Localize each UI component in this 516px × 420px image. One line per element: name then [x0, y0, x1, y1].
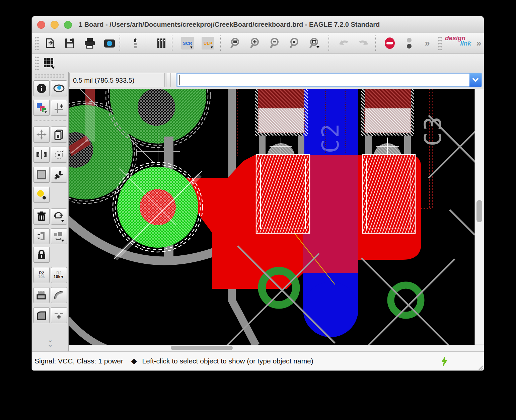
tool-mirror[interactable] [33, 147, 50, 163]
eye-icon [53, 83, 65, 94]
tool-show[interactable] [51, 80, 67, 96]
palette-separator [34, 120, 66, 121]
undo-button[interactable] [336, 35, 351, 51]
pinhole-button[interactable] [128, 35, 143, 51]
trash-icon [36, 211, 47, 222]
panel-splitter[interactable] [166, 73, 171, 87]
brand-overflow-button[interactable]: » [471, 35, 484, 51]
command-history-dropdown[interactable] [469, 73, 482, 87]
tool-display-layers[interactable] [33, 100, 50, 116]
eagle-window: 1 Board - /Users/arh/Documents/creekproj… [32, 16, 484, 370]
horizontal-scrollbar-track[interactable] [69, 345, 484, 351]
tool-paint[interactable] [33, 187, 50, 203]
toolbar-separator [328, 35, 329, 51]
title-bar[interactable]: 1 Board - /Users/arh/Documents/creekproj… [32, 16, 484, 33]
tool-pinswap[interactable] [33, 228, 50, 244]
close-button[interactable] [37, 21, 45, 29]
more-tools-button[interactable]: ⌄⌄ [32, 337, 69, 347]
traffic-dots-icon [405, 36, 413, 50]
print-icon [83, 37, 96, 50]
tool-info[interactable]: i [33, 80, 50, 96]
zoom-fit-button[interactable] [228, 35, 243, 51]
zoom-out-button[interactable] [268, 35, 283, 51]
save-button[interactable] [62, 35, 77, 51]
layers-icon [36, 102, 47, 113]
horizontal-scrollbar-thumb[interactable] [171, 346, 233, 350]
svg-text:i: i [41, 85, 43, 93]
tool-copy[interactable] [51, 127, 67, 143]
camera-icon [103, 37, 116, 50]
resize-grip[interactable] [477, 364, 483, 370]
run-script-button[interactable]: SCR▼ [180, 35, 195, 51]
run-ulp-button[interactable]: ULP▼ [200, 35, 216, 51]
command-input[interactable] [176, 73, 482, 87]
tool-miter[interactable] [51, 287, 67, 303]
toolbar-separator [375, 35, 376, 51]
tool-split[interactable] [33, 307, 50, 323]
tool-add[interactable] [51, 208, 67, 225]
chevron-down-icon [472, 78, 478, 82]
optimize-icon [53, 310, 65, 321]
board-artwork: C2 [69, 89, 484, 351]
tool-group[interactable] [33, 167, 50, 183]
tool-rotate[interactable] [51, 147, 67, 163]
toolbar-separator [172, 35, 172, 51]
tool-name[interactable]: R2 10k [33, 267, 50, 283]
toolbar-overflow-button[interactable]: » [420, 35, 435, 51]
copy-icon [53, 129, 65, 140]
zoom-redraw-button[interactable] [307, 35, 322, 51]
panel-splitter[interactable] [171, 73, 176, 87]
tool-optimize[interactable] [51, 307, 67, 323]
smd-pad-right-vcc[interactable] [362, 155, 415, 233]
ratsnest-bolt-icon [440, 356, 449, 367]
design-link-logo[interactable]: design link [445, 35, 471, 52]
tool-mark[interactable] [51, 100, 67, 116]
mirror-icon [36, 149, 47, 160]
label-c2: C2 [317, 122, 344, 153]
save-icon [63, 37, 76, 50]
tool-palette: i [32, 72, 69, 351]
zoom-in-button[interactable] [248, 35, 263, 51]
toolbar-drag-handle[interactable] [438, 36, 442, 50]
print-button[interactable] [82, 35, 97, 51]
tool-change[interactable] [51, 167, 67, 183]
redo-icon [357, 37, 370, 50]
tool-delete[interactable] [33, 208, 50, 225]
window-buttons-button[interactable] [401, 35, 417, 51]
wrench-icon [53, 169, 65, 180]
command-row: 0.5 mil (786.5 933.5) [69, 72, 484, 89]
text-caret [179, 75, 180, 85]
redo-button[interactable] [356, 35, 371, 51]
tool-lock[interactable] [33, 247, 50, 263]
export-image-button[interactable] [102, 35, 117, 51]
status-bar: Signal: VCC, Class: 1 power ◆ Left-click… [32, 351, 484, 370]
open-button[interactable] [43, 35, 58, 51]
stop-button[interactable] [382, 35, 397, 51]
name-icon: R2 10k [38, 271, 45, 279]
toolbar-drag-handle[interactable] [34, 56, 39, 70]
split-icon [36, 310, 47, 321]
grid-button[interactable] [41, 55, 57, 71]
zoom-out-icon [269, 37, 282, 50]
board-canvas[interactable]: C2 [69, 89, 484, 351]
zoom-button[interactable] [64, 21, 72, 29]
zoom-redraw-icon [308, 37, 321, 50]
library-button[interactable] [154, 35, 169, 51]
tool-move[interactable] [33, 127, 50, 143]
tool-replace[interactable] [51, 228, 67, 244]
main-toolbar: SCR▼ ULP▼ [32, 33, 484, 54]
smd-pad-left-vcc[interactable] [256, 155, 310, 233]
toolbar-separator [220, 35, 221, 51]
palette-drag-handle[interactable] [34, 74, 65, 78]
toolbar-drag-handle[interactable] [34, 36, 39, 50]
pinhole-icon [129, 37, 142, 50]
zoom-select-button[interactable] [287, 35, 303, 51]
ulp-icon: ULP▼ [202, 37, 214, 50]
add-part-icon [53, 211, 65, 223]
vertical-scrollbar-thumb[interactable] [476, 200, 482, 222]
tool-smash[interactable] [33, 287, 50, 303]
pinswap-icon [36, 231, 47, 242]
minimize-button[interactable] [51, 21, 59, 29]
miter-icon [53, 289, 65, 301]
tool-value[interactable]: R2 10k▼ [51, 267, 67, 283]
